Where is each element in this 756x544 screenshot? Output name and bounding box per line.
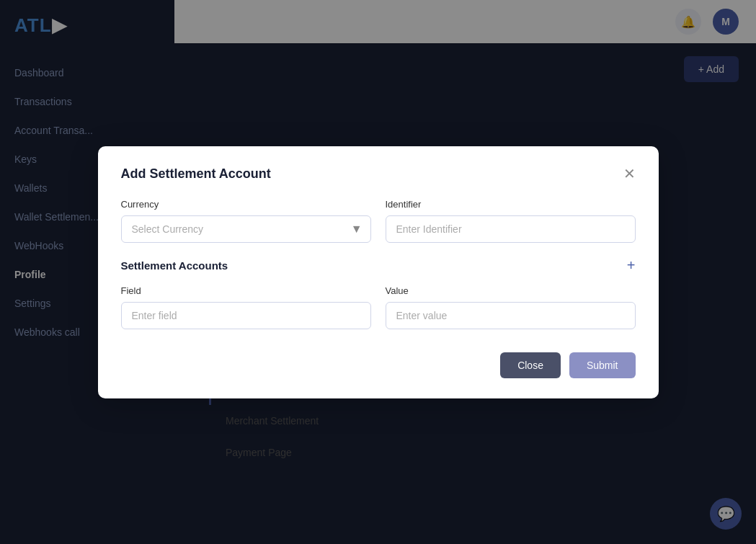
currency-identifier-row: Currency Select Currency ▼ Identifier <box>121 199 636 243</box>
value-label: Value <box>386 285 636 296</box>
settlement-accounts-header: Settlement Accounts + <box>121 257 636 274</box>
field-input[interactable] <box>121 302 371 329</box>
modal-header: Add Settlement Account ✕ <box>121 166 636 182</box>
currency-group: Currency Select Currency ▼ <box>121 199 371 243</box>
identifier-input[interactable] <box>386 215 636 243</box>
add-field-button[interactable]: + <box>627 257 636 274</box>
currency-select[interactable]: Select Currency <box>121 215 371 243</box>
settlement-accounts-title: Settlement Accounts <box>121 259 228 272</box>
value-group: Value <box>386 285 636 329</box>
identifier-label: Identifier <box>386 199 636 210</box>
currency-select-wrapper: Select Currency ▼ <box>121 215 371 243</box>
identifier-group: Identifier <box>386 199 636 243</box>
modal-footer: Close Submit <box>121 352 636 378</box>
value-input[interactable] <box>386 302 636 329</box>
field-value-row: Field Value <box>121 285 636 329</box>
field-label: Field <box>121 285 371 296</box>
modal: Add Settlement Account ✕ Currency Select… <box>98 146 659 398</box>
close-button[interactable]: Close <box>500 352 561 378</box>
modal-title: Add Settlement Account <box>121 166 271 182</box>
submit-button[interactable]: Submit <box>569 352 636 378</box>
modal-close-button[interactable]: ✕ <box>623 166 636 181</box>
field-group: Field <box>121 285 371 329</box>
currency-label: Currency <box>121 199 371 210</box>
